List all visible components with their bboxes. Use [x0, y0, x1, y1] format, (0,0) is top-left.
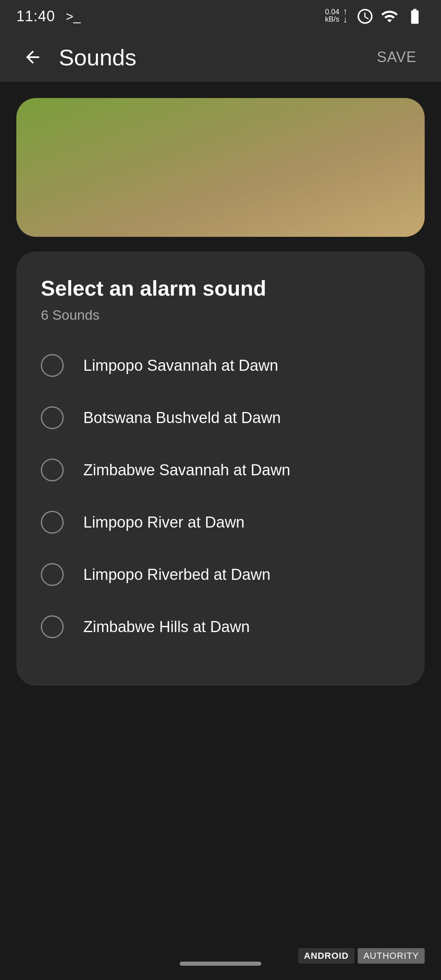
- list-item[interactable]: Limpopo River at Dawn: [41, 496, 400, 548]
- sound-name-3: Zimbabwe Savannah at Dawn: [83, 461, 290, 479]
- list-item[interactable]: Botswana Bushveld at Dawn: [41, 392, 400, 444]
- sound-list: Limpopo Savannah at Dawn Botswana Bushve…: [41, 339, 400, 653]
- list-item[interactable]: Limpopo Riverbed at Dawn: [41, 548, 400, 601]
- status-bar: 11:40 >_ 0.04 kB/s ↑ ↓: [0, 0, 441, 33]
- network-speed: 0.04 kB/s ↑ ↓: [325, 6, 350, 26]
- status-left: 11:40 >_: [16, 8, 81, 25]
- sound-name-4: Limpopo River at Dawn: [83, 514, 245, 531]
- svg-text:↓: ↓: [343, 14, 347, 24]
- app-bar: Sounds SAVE: [0, 33, 441, 82]
- status-time: 11:40: [16, 8, 55, 25]
- main-content: Select an alarm sound 6 Sounds Limpopo S…: [0, 82, 441, 702]
- back-arrow-icon: [23, 47, 42, 67]
- sound-card: Select an alarm sound 6 Sounds Limpopo S…: [16, 252, 425, 686]
- bottom-bar: [0, 947, 441, 980]
- album-art: [16, 98, 425, 237]
- radio-button-4[interactable]: [41, 511, 64, 534]
- sound-name-6: Zimbabwe Hills at Dawn: [83, 618, 250, 636]
- svg-text:kB/s: kB/s: [325, 15, 339, 23]
- list-item[interactable]: Zimbabwe Savannah at Dawn: [41, 444, 400, 496]
- wifi-icon: [381, 7, 399, 25]
- radio-button-1[interactable]: [41, 354, 64, 377]
- bottom-indicator: [180, 962, 261, 966]
- save-button[interactable]: SAVE: [369, 45, 425, 70]
- alarm-icon: [356, 7, 374, 25]
- back-button[interactable]: [16, 41, 49, 74]
- svg-text:0.04: 0.04: [325, 8, 339, 16]
- radio-button-3[interactable]: [41, 459, 64, 481]
- radio-button-2[interactable]: [41, 406, 64, 429]
- list-item[interactable]: Zimbabwe Hills at Dawn: [41, 601, 400, 653]
- battery-icon: [405, 7, 425, 25]
- status-right: 0.04 kB/s ↑ ↓: [325, 6, 425, 26]
- network-speed-icon: 0.04 kB/s ↑ ↓: [325, 6, 350, 24]
- list-item[interactable]: Limpopo Savannah at Dawn: [41, 339, 400, 392]
- sound-name-2: Botswana Bushveld at Dawn: [83, 409, 281, 427]
- status-terminal: >_: [66, 9, 80, 24]
- page-title: Sounds: [59, 44, 369, 71]
- sound-name-1: Limpopo Savannah at Dawn: [83, 357, 278, 374]
- sound-name-5: Limpopo Riverbed at Dawn: [83, 566, 270, 584]
- radio-button-5[interactable]: [41, 563, 64, 586]
- card-title: Select an alarm sound: [41, 276, 400, 301]
- card-subtitle: 6 Sounds: [41, 307, 400, 323]
- radio-button-6[interactable]: [41, 615, 64, 638]
